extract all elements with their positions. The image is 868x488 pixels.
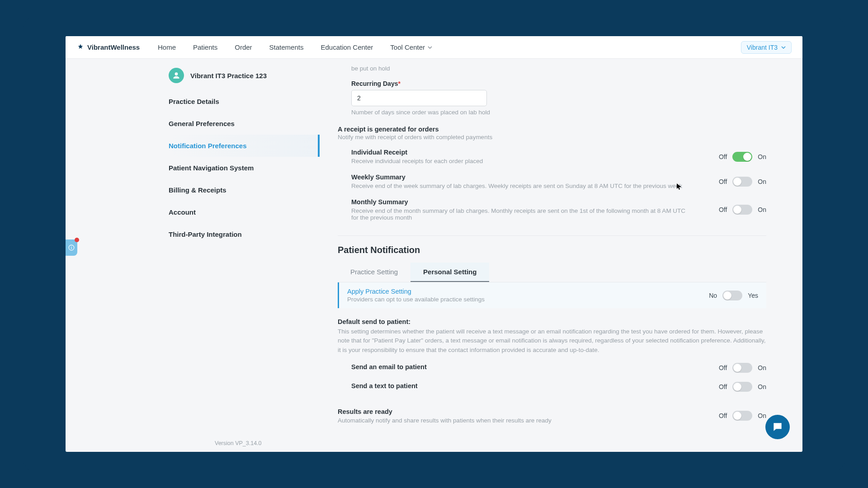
tab-personal-setting[interactable]: Personal Setting — [410, 263, 489, 282]
nav-patients[interactable]: Patients — [193, 43, 217, 51]
nav-tool-center[interactable]: Tool Center — [390, 43, 432, 51]
user-name: Vibrant IT3 — [747, 44, 778, 51]
user-menu[interactable]: Vibrant IT3 — [741, 41, 792, 54]
notification-dot-icon — [75, 238, 79, 242]
sidebar-item-third-party-integration[interactable]: Third-Party Integration — [165, 223, 320, 245]
sidebar-item-account[interactable]: Account — [165, 201, 320, 223]
nav-statements[interactable]: Statements — [269, 43, 304, 51]
toggle-sub: Receive individual receipts for each ord… — [351, 158, 692, 164]
toggle-on-label: On — [758, 178, 766, 185]
section-divider — [338, 235, 766, 236]
chat-button[interactable] — [765, 415, 790, 439]
toggle-title: Send a text to patient — [351, 382, 692, 389]
toggle-title: Send an email to patient — [351, 363, 692, 371]
version-label: Version VP_3.14.0 — [215, 440, 262, 446]
nav-education-center[interactable]: Education Center — [321, 43, 373, 51]
toggle-individual-receipt[interactable] — [732, 152, 752, 162]
toggle-monthly-summary[interactable] — [732, 205, 752, 215]
toggle-on-label: On — [758, 412, 766, 419]
nav-home[interactable]: Home — [158, 43, 176, 51]
apply-title: Apply Practice Setting — [347, 288, 709, 295]
sidebar-item-patient-navigation-system[interactable]: Patient Navigation System — [165, 157, 320, 179]
main-nav: Home Patients Order Statements Education… — [158, 43, 432, 51]
toggle-send-email[interactable] — [732, 363, 752, 373]
recurring-days-label: Recurring Days* — [351, 80, 766, 87]
sidebar-item-billing-receipts[interactable]: Billing & Receipts — [165, 179, 320, 201]
toggle-title: Monthly Summary — [351, 198, 692, 206]
toggle-sub: Automatically notify and share results w… — [338, 417, 692, 424]
toggle-row-send-text: Send a text to patient Off On — [351, 377, 766, 396]
brand-name: VibrantWellness — [87, 43, 140, 51]
nav-order[interactable]: Order — [235, 43, 252, 51]
toggle-sub: Receive end of the week summary of lab c… — [351, 183, 692, 189]
practice-header: Vibrant IT3 Practice 123 — [165, 65, 320, 90]
sidebar-item-general-preferences[interactable]: General Preferences — [165, 113, 320, 135]
topbar: VibrantWellness Home Patients Order Stat… — [66, 36, 802, 59]
brand-logo-icon — [76, 43, 85, 52]
toggle-off-label: Off — [719, 412, 727, 419]
sidebar-item-notification-preferences[interactable]: Notification Preferences — [165, 135, 320, 157]
apply-practice-setting-box: Apply Practice Setting Providers can opt… — [338, 282, 766, 308]
default-send-desc: This setting determines whether the pati… — [338, 327, 766, 355]
toggle-off-label: Off — [719, 383, 727, 390]
svg-rect-2 — [71, 247, 71, 249]
toggle-off-label: Off — [719, 364, 727, 371]
toggle-title: Weekly Summary — [351, 174, 692, 181]
toggle-row-send-email: Send an email to patient Off On — [351, 358, 766, 377]
svg-rect-3 — [71, 246, 71, 247]
receipt-section-title: A receipt is generated for orders — [338, 126, 766, 133]
default-send-title: Default send to patient: — [338, 318, 766, 325]
truncated-prior-text: be put on hold — [338, 65, 766, 72]
info-tab[interactable] — [66, 239, 77, 256]
patient-tabs: Practice Setting Personal Setting — [338, 263, 766, 282]
toggle-on-label: Yes — [748, 292, 758, 299]
toggle-off-label: Off — [719, 178, 727, 185]
toggle-results-ready[interactable] — [732, 411, 752, 421]
tab-practice-setting[interactable]: Practice Setting — [338, 263, 410, 282]
toggle-off-label: Off — [719, 206, 727, 213]
cursor-icon — [677, 183, 681, 190]
sidebar-item-practice-details[interactable]: Practice Details — [165, 90, 320, 113]
chevron-down-icon — [428, 45, 432, 50]
toggle-on-label: On — [758, 206, 766, 213]
chevron-down-icon — [781, 45, 786, 50]
practice-avatar — [169, 68, 184, 83]
toggle-title: Individual Receipt — [351, 149, 692, 156]
settings-sidebar: Vibrant IT3 Practice 123 Practice Detail… — [165, 65, 320, 447]
chat-icon — [772, 421, 783, 433]
toggle-apply-practice-setting[interactable] — [722, 291, 742, 300]
toggle-row-monthly-summary: Monthly Summary Receive end of the month… — [351, 194, 766, 225]
toggle-on-label: On — [758, 153, 766, 160]
brand: VibrantWellness — [76, 43, 158, 52]
practice-name: Vibrant IT3 Practice 123 — [190, 72, 267, 80]
toggle-weekly-summary[interactable] — [732, 177, 752, 187]
patient-notification-title: Patient Notification — [338, 245, 766, 255]
toggle-off-label: No — [709, 292, 717, 299]
svg-point-0 — [175, 72, 178, 75]
apply-sub: Providers can opt to use available pract… — [347, 296, 709, 303]
toggle-on-label: On — [758, 364, 766, 371]
settings-main: be put on hold Recurring Days* Number of… — [320, 65, 784, 447]
toggle-row-results-ready: Results are ready Automatically notify a… — [338, 406, 766, 428]
recurring-days-help: Number of days since order was placed on… — [351, 109, 766, 116]
toggle-off-label: Off — [719, 153, 727, 160]
info-icon — [68, 244, 75, 251]
toggle-row-individual-receipt: Individual Receipt Receive individual re… — [351, 144, 766, 169]
toggle-on-label: On — [758, 383, 766, 390]
receipt-section-sub: Notify me with receipt of orders with co… — [338, 134, 766, 141]
person-icon — [172, 71, 181, 80]
toggle-title: Results are ready — [338, 408, 692, 415]
toggle-send-text[interactable] — [732, 382, 752, 392]
toggle-sub: Receive end of the month summary of lab … — [351, 207, 692, 221]
toggle-row-weekly-summary: Weekly Summary Receive end of the week s… — [351, 169, 766, 194]
recurring-days-input[interactable] — [351, 90, 487, 106]
